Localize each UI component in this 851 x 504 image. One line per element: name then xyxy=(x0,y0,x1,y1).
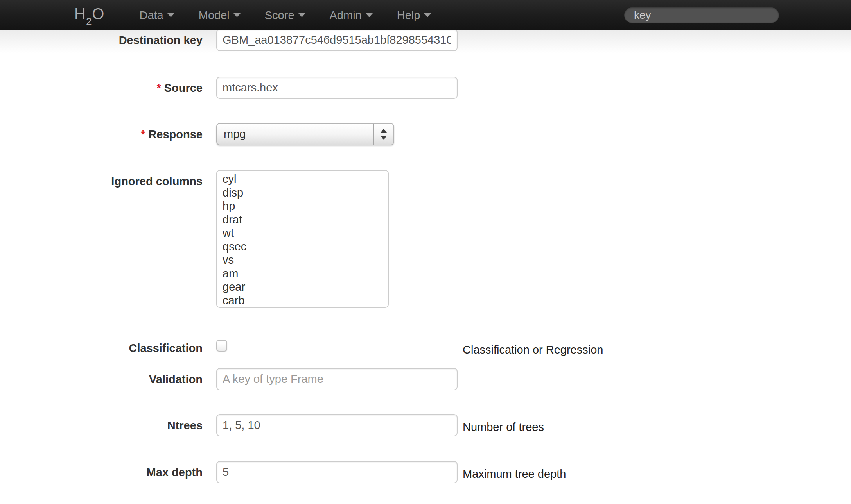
row-ntrees: Ntrees Number of trees xyxy=(0,414,851,436)
ntrees-controls xyxy=(216,414,463,436)
ignored-column-option[interactable]: cyl xyxy=(217,172,388,186)
destination-key-input[interactable] xyxy=(216,29,458,51)
destination-key-controls xyxy=(216,29,463,51)
source-input[interactable] xyxy=(216,77,458,99)
classification-help-text: Classification or Regression xyxy=(463,337,603,356)
nav-item-score-label: Score xyxy=(265,9,294,22)
ignored-column-option[interactable]: hp xyxy=(217,199,388,213)
response-label: *Response xyxy=(0,123,203,141)
h2o-logo[interactable]: H2O xyxy=(74,5,104,25)
ignored-column-option[interactable]: vs xyxy=(217,253,388,267)
response-controls: mpg xyxy=(216,123,463,145)
ignored-column-option[interactable]: gear xyxy=(217,280,388,294)
arrow-up-icon xyxy=(381,129,387,133)
max-depth-input[interactable] xyxy=(216,461,458,483)
ntrees-label: Ntrees xyxy=(0,414,203,432)
ignored-columns-listbox[interactable]: cyl disp hp drat wt qsec vs am gear carb xyxy=(216,170,389,308)
classification-label: Classification xyxy=(0,337,203,355)
max-depth-controls xyxy=(216,461,463,483)
nav-item-admin[interactable]: Admin xyxy=(318,0,385,30)
row-ignored-columns: Ignored columns cyl disp hp drat wt qsec… xyxy=(0,170,851,308)
row-max-depth: Max depth Maximum tree depth xyxy=(0,461,851,483)
validation-input[interactable] xyxy=(216,368,458,390)
classification-controls xyxy=(216,337,463,353)
row-source: *Source xyxy=(0,77,851,99)
navbar-inner: H2O Data Model Score Admin Help xyxy=(58,0,793,30)
chevron-down-icon xyxy=(298,13,305,17)
required-asterisk: * xyxy=(156,82,161,94)
response-select-value: mpg xyxy=(217,128,246,141)
source-controls xyxy=(216,77,463,99)
arrow-down-icon xyxy=(381,136,387,140)
chevron-down-icon xyxy=(167,13,174,17)
nav-item-help-label: Help xyxy=(397,9,420,22)
nav-item-model[interactable]: Model xyxy=(187,0,253,30)
chevron-down-icon xyxy=(424,13,431,17)
ignored-column-option[interactable]: carb xyxy=(217,294,388,307)
source-label: *Source xyxy=(0,77,203,95)
ignored-column-option[interactable]: qsec xyxy=(217,240,388,254)
chevron-down-icon xyxy=(366,13,373,17)
classification-checkbox[interactable] xyxy=(216,340,227,352)
row-response: *Response mpg xyxy=(0,123,851,145)
ignored-column-option[interactable]: drat xyxy=(217,213,388,227)
nav-item-model-label: Model xyxy=(199,9,230,22)
nav-item-score[interactable]: Score xyxy=(253,0,318,30)
ntrees-input[interactable] xyxy=(216,414,458,436)
ignored-columns-controls: cyl disp hp drat wt qsec vs am gear carb xyxy=(216,170,463,308)
row-destination-key: Destination key xyxy=(0,29,851,51)
row-classification: Classification Classification or Regress… xyxy=(0,337,851,356)
ignored-column-option[interactable]: am xyxy=(217,267,388,281)
destination-key-label: Destination key xyxy=(0,29,203,47)
nav-item-data[interactable]: Data xyxy=(127,0,186,30)
navbar-menu: Data Model Score Admin Help xyxy=(127,0,443,30)
response-select[interactable]: mpg xyxy=(216,123,394,145)
top-navbar: H2O Data Model Score Admin Help xyxy=(0,0,851,30)
ignored-columns-label: Ignored columns xyxy=(0,170,203,188)
ntrees-help-text: Number of trees xyxy=(463,414,544,434)
brand-o: O xyxy=(92,5,104,22)
required-asterisk: * xyxy=(141,128,145,141)
brand-sub2: 2 xyxy=(86,16,92,27)
nav-item-admin-label: Admin xyxy=(330,9,362,22)
ignored-column-option[interactable]: disp xyxy=(217,186,388,200)
up-down-arrows-icon xyxy=(373,124,393,145)
validation-label: Validation xyxy=(0,368,203,386)
validation-controls xyxy=(216,368,463,390)
ignored-column-option[interactable]: wt xyxy=(217,226,388,240)
nav-item-help[interactable]: Help xyxy=(385,0,443,30)
row-validation: Validation xyxy=(0,368,851,390)
max-depth-label: Max depth xyxy=(0,461,203,479)
nav-item-data-label: Data xyxy=(139,9,163,22)
chevron-down-icon xyxy=(233,13,241,17)
brand-h: H xyxy=(74,5,86,22)
search-input[interactable] xyxy=(624,7,779,23)
gbm-model-form: Destination key *Source *Response mpg Ig… xyxy=(0,0,851,483)
max-depth-help-text: Maximum tree depth xyxy=(463,461,566,481)
